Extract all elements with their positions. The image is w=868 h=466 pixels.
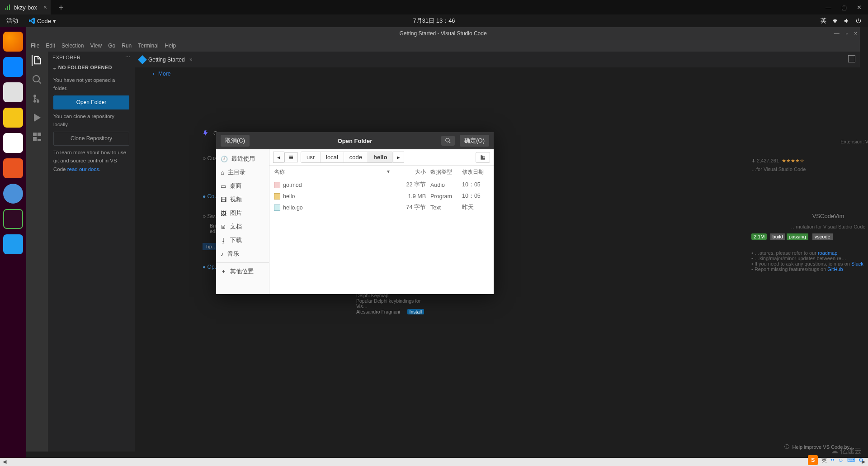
col-size[interactable]: 大小 (399, 168, 426, 176)
path-forward-button[interactable]: ▸ (393, 152, 404, 163)
activity-search[interactable] (32, 74, 42, 85)
ime-lang[interactable]: 英 (821, 456, 827, 464)
place-recent[interactable]: 🕘最近使用 (216, 152, 269, 166)
vscode-icon (29, 18, 35, 24)
keyboard-icon[interactable]: ⌨ (847, 457, 855, 463)
split-editor-icon[interactable] (848, 55, 855, 62)
image-icon: 🖼 (221, 210, 226, 217)
path-root-button[interactable] (284, 152, 298, 162)
dock-firefox[interactable] (3, 32, 23, 52)
vscode-titlebar[interactable]: Getting Started - Visual Studio Code — ▫… (26, 27, 860, 40)
vscode-close-button[interactable]: × (854, 30, 857, 37)
activity-scm[interactable] (32, 93, 42, 104)
menu-selection[interactable]: Selection (61, 43, 84, 49)
chevron-down-icon[interactable]: ⌄ (52, 65, 58, 70)
dock-terminal[interactable] (3, 209, 23, 229)
file-row[interactable]: go.mod22 字节Audio10：05 (269, 179, 494, 190)
menu-run[interactable]: Run (122, 43, 132, 49)
place-videos[interactable]: 🎞视频 (216, 193, 269, 206)
desktop-icon: ▭ (221, 183, 226, 190)
dock-vscode[interactable] (3, 234, 23, 254)
place-home[interactable]: ⌂主目录 (216, 166, 269, 179)
clone-repo-button[interactable]: Clone Repository (53, 132, 129, 146)
col-type[interactable]: 数据类型 (426, 168, 458, 176)
menu-view[interactable]: View (90, 43, 102, 49)
activity-debug[interactable] (32, 112, 42, 123)
col-date[interactable]: 修改日期 (458, 168, 489, 176)
power-icon[interactable] (855, 18, 862, 24)
download-icon: ⭳ (221, 237, 226, 244)
browser-tab[interactable]: bkzy-box × (0, 0, 51, 14)
ime-indicator[interactable]: 英 (821, 17, 826, 25)
place-pictures[interactable]: 🖼图片 (216, 206, 269, 220)
close-icon[interactable]: × (43, 4, 47, 11)
dock-libreoffice[interactable] (3, 133, 23, 153)
dock-rhythmbox[interactable] (3, 108, 23, 128)
install-button[interactable]: Install (407, 309, 424, 314)
status-help-improve[interactable]: ⓘ Help improve VS Code by… (784, 443, 854, 450)
path-seg-hello[interactable]: hello (368, 152, 393, 162)
sogou-ime-icon[interactable]: S (808, 455, 818, 465)
file-date: 昨天 (458, 204, 489, 211)
read-docs-link[interactable]: read our docs (67, 166, 99, 172)
dock-software[interactable] (3, 158, 23, 178)
path-seg-code[interactable]: code (344, 152, 368, 162)
dialog-ok-button[interactable]: 确定(O) (460, 135, 489, 147)
dock-thunderbird[interactable] (3, 57, 23, 77)
activity-extensions[interactable] (32, 131, 42, 142)
dialog-title: Open Folder (338, 138, 373, 144)
close-icon[interactable]: × (189, 57, 193, 63)
window-minimize-button[interactable]: — (826, 4, 831, 11)
menu-go[interactable]: Go (108, 43, 115, 49)
new-tab-button[interactable]: ＋ (57, 2, 65, 13)
app-menu[interactable]: Code ▾ (24, 18, 61, 24)
search-icon[interactable] (441, 136, 455, 146)
gear-icon[interactable]: ⚙ (859, 457, 863, 463)
vscode-icon (138, 55, 147, 64)
col-name[interactable]: 名称 (274, 168, 285, 176)
place-desktop[interactable]: ▭桌面 (216, 179, 269, 193)
svg-rect-1 (7, 6, 8, 10)
menu-file[interactable]: File (31, 43, 39, 49)
volume-icon[interactable] (844, 18, 850, 24)
activities-button[interactable]: 活动 (0, 17, 24, 25)
file-row[interactable]: hello.go74 字节Text昨天 (269, 202, 494, 213)
clock[interactable]: 7月31日 13：46 (413, 17, 455, 25)
new-folder-button[interactable] (476, 152, 490, 163)
file-date: 10：05 (458, 192, 489, 200)
wifi-icon[interactable] (832, 18, 838, 24)
file-row[interactable]: hello1.9 MBProgram10：05 (269, 190, 494, 202)
path-seg-local[interactable]: local (321, 152, 344, 162)
file-name: go.mod (283, 182, 302, 188)
file-size: 1.9 MB (399, 193, 426, 200)
dock-files[interactable] (3, 82, 23, 102)
place-other[interactable]: ＋其他位置 (216, 262, 269, 278)
editor-tab-getting-started[interactable]: Getting Started × (135, 52, 197, 67)
sort-indicator-icon[interactable]: ▾ (387, 168, 390, 176)
menu-help[interactable]: Help (165, 43, 176, 49)
place-documents[interactable]: 🗎文档 (216, 220, 269, 233)
activity-explorer[interactable] (32, 55, 42, 66)
path-seg-usr[interactable]: usr (301, 152, 321, 162)
vscode-maximize-button[interactable]: ▫ (846, 30, 848, 37)
open-folder-button[interactable]: Open Folder (53, 95, 129, 109)
page-scrollbar[interactable]: ◀ ▶ S 英 •• ☺ ⌨ ⚙ (0, 458, 868, 466)
scroll-left-icon[interactable]: ◀ (3, 459, 6, 465)
file-name: hello (283, 193, 295, 200)
path-back-button[interactable]: ◂ (273, 152, 284, 163)
window-close-button[interactable]: ✕ (857, 4, 862, 11)
vscode-minimize-button[interactable]: — (834, 30, 840, 37)
signal-icon (5, 5, 11, 10)
more-link[interactable]: More (158, 71, 170, 77)
dialog-cancel-button[interactable]: 取消(C) (221, 135, 250, 147)
menu-terminal[interactable]: Terminal (138, 43, 158, 49)
menu-edit[interactable]: Edit (46, 43, 55, 49)
place-music[interactable]: ♪音乐 (216, 247, 269, 261)
window-maximize-button[interactable]: ▢ (841, 4, 847, 11)
music-icon: ♪ (221, 251, 224, 257)
more-icon[interactable]: ⋯ (125, 54, 130, 60)
dock-help[interactable] (3, 184, 23, 204)
face-icon[interactable]: ☺ (838, 457, 844, 463)
dots-icon: •• (830, 457, 834, 463)
place-downloads[interactable]: ⭳下载 (216, 233, 269, 247)
